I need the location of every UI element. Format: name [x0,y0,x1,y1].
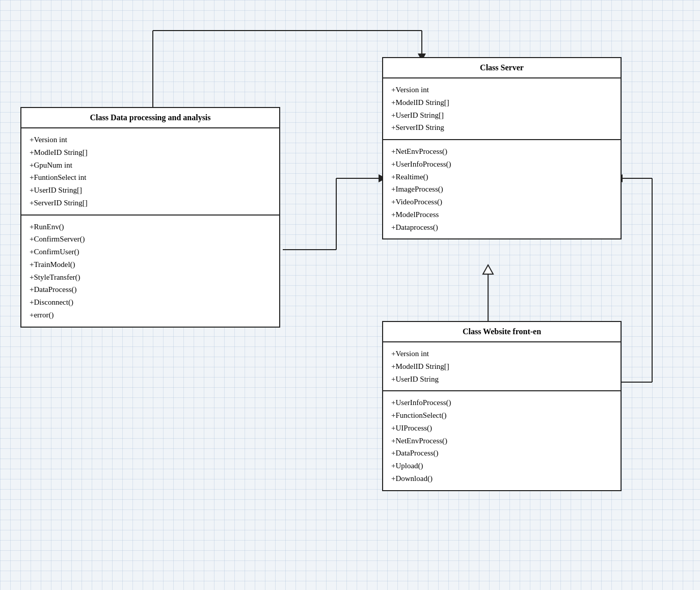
method-3: +ConfirmUser() [30,246,271,258]
class-server: Class Server +Version int +ModelID Strin… [382,57,622,239]
server-attr-2: +ModelID String[] [391,96,612,109]
website-method-3: +UIProcess() [391,422,612,435]
class-website: Class Website front-en +Version int +Mod… [382,321,622,491]
class-data-processing: Class Data processing and analysis +Vers… [20,107,280,328]
method-1: +RunEnv() [30,221,271,233]
server-method-3: +Realtime() [391,171,612,183]
server-method-4: +ImageProcess() [391,183,612,196]
class-server-attributes: +Version int +ModelID String[] +UserID S… [383,78,621,140]
class-website-methods: +UserInfoProcess() +FunctionSelect() +UI… [383,391,621,490]
class-data-processing-attributes: +Version int +ModleID String[] +GpuNum i… [21,128,279,216]
server-method-7: +Dataprocess() [391,221,612,234]
website-attr-2: +ModelID String[] [391,360,612,373]
attr-3: +GpuNum int [30,159,271,172]
class-server-title: Class Server [383,58,621,78]
attr-6: +ServerID String[] [30,197,271,209]
attr-5: +UserID String[] [30,184,271,197]
method-8: +error() [30,309,271,321]
class-website-attributes: +Version int +ModelID String[] +UserID S… [383,342,621,391]
svg-marker-10 [483,265,493,274]
server-method-1: +NetEnvProcess() [391,145,612,158]
method-5: +StyleTransfer() [30,271,271,284]
server-method-2: +UserInfoProcess() [391,158,612,171]
website-attr-3: +UserID String [391,373,612,386]
website-method-7: +Download() [391,472,612,485]
class-data-processing-title: Class Data processing and analysis [21,108,279,128]
server-attr-1: +Version int [391,84,612,96]
attr-2: +ModleID String[] [30,146,271,159]
server-method-5: +VideoProcess() [391,196,612,208]
method-4: +TrainModel() [30,258,271,271]
website-method-2: +FunctionSelect() [391,409,612,422]
diagram-container: Class Data processing and analysis +Vers… [0,0,700,590]
attr-1: +Version int [30,133,271,146]
server-method-6: +ModelProcess [391,208,612,221]
method-2: +ConfirmServer() [30,233,271,246]
website-method-6: +Upload() [391,460,612,472]
method-6: +DataProcess() [30,283,271,296]
class-data-processing-methods: +RunEnv() +ConfirmServer() +ConfirmUser(… [21,216,279,327]
server-attr-3: +UserID String[] [391,109,612,122]
website-attr-1: +Version int [391,347,612,360]
svg-marker-2 [418,31,426,59]
method-7: +Disconnect() [30,296,271,309]
website-method-4: +NetEnvProcess() [391,435,612,447]
class-server-methods: +NetEnvProcess() +UserInfoProcess() +Rea… [383,140,621,238]
server-attr-4: +ServerID String [391,121,612,134]
website-method-5: +DataProcess() [391,447,612,460]
website-method-1: +UserInfoProcess() [391,396,612,409]
class-website-title: Class Website front-en [383,322,621,342]
attr-4: +FuntionSelect int [30,171,271,184]
